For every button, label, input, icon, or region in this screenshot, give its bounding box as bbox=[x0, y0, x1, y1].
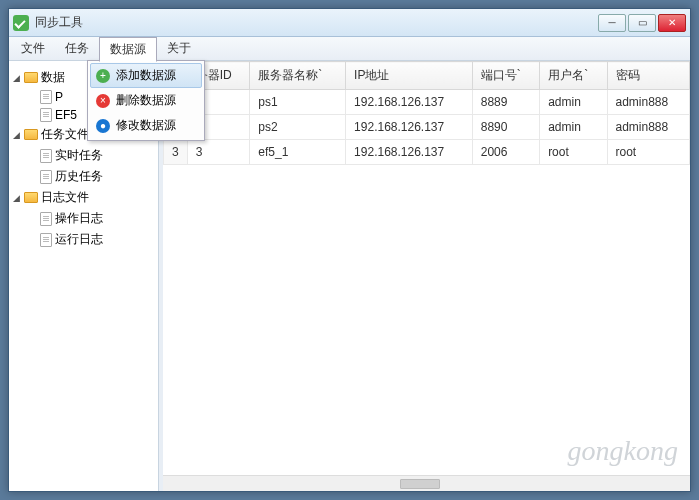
col-port[interactable]: 端口号` bbox=[472, 62, 539, 90]
menu-file[interactable]: 文件 bbox=[11, 37, 55, 60]
tree-node-runlog[interactable]: 运行日志 bbox=[11, 229, 156, 250]
table-row[interactable]: 33ef5_1192.168.126.1372006rootroot bbox=[164, 140, 690, 165]
tree-label: P bbox=[55, 90, 63, 104]
file-icon bbox=[40, 170, 52, 184]
table-cell[interactable]: 2006 bbox=[472, 140, 539, 165]
table-cell[interactable]: 192.168.126.137 bbox=[346, 90, 473, 115]
x-icon: × bbox=[96, 94, 110, 108]
tree-node-history[interactable]: 历史任务 bbox=[11, 166, 156, 187]
minimize-button[interactable]: ─ bbox=[598, 14, 626, 32]
col-password[interactable]: 密码 bbox=[607, 62, 689, 90]
rownum-cell: 3 bbox=[164, 140, 188, 165]
table-cell[interactable]: admin888 bbox=[607, 115, 689, 140]
tree-node-logfiles[interactable]: ◢ 日志文件 bbox=[11, 187, 156, 208]
expand-arrow-icon[interactable]: ◢ bbox=[11, 130, 21, 140]
tree-label: 操作日志 bbox=[55, 210, 103, 227]
table-cell[interactable]: 3 bbox=[187, 140, 250, 165]
table-cell[interactable]: 192.168.126.137 bbox=[346, 140, 473, 165]
menu-datasource[interactable]: 数据源 bbox=[99, 37, 157, 62]
table-cell[interactable]: ef5_1 bbox=[250, 140, 346, 165]
table-cell[interactable]: ps2 bbox=[250, 115, 346, 140]
folder-icon bbox=[24, 192, 38, 203]
file-icon bbox=[40, 212, 52, 226]
folder-icon bbox=[24, 129, 38, 140]
table-cell[interactable]: admin888 bbox=[607, 90, 689, 115]
col-user[interactable]: 用户名` bbox=[540, 62, 607, 90]
menu-task[interactable]: 任务 bbox=[55, 37, 99, 60]
tree-label: 任务文件 bbox=[41, 126, 89, 143]
watermark: gongkong bbox=[568, 435, 678, 467]
plus-icon: + bbox=[96, 69, 110, 83]
dropdown-modify-datasource[interactable]: ● 修改数据源 bbox=[90, 113, 202, 138]
file-icon bbox=[40, 233, 52, 247]
table-row[interactable]: 22ps2192.168.126.1378890adminadmin888 bbox=[164, 115, 690, 140]
table-cell[interactable]: 8890 bbox=[472, 115, 539, 140]
scroll-thumb[interactable] bbox=[400, 479, 440, 489]
data-grid[interactable]: 务器ID 服务器名称` IP地址 端口号` 用户名` 密码 1ps1192.16… bbox=[163, 61, 690, 475]
expand-arrow-icon[interactable]: ◢ bbox=[11, 193, 21, 203]
app-window: 同步工具 ─ ▭ ✕ 文件 任务 数据源 关于 + 添加数据源 × 删除数据源 … bbox=[8, 8, 691, 492]
dropdown-delete-datasource[interactable]: × 删除数据源 bbox=[90, 88, 202, 113]
table-cell[interactable]: root bbox=[607, 140, 689, 165]
menubar: 文件 任务 数据源 关于 + 添加数据源 × 删除数据源 ● 修改数据源 bbox=[9, 37, 690, 61]
close-button[interactable]: ✕ bbox=[658, 14, 686, 32]
table-cell[interactable]: admin bbox=[540, 90, 607, 115]
col-ip[interactable]: IP地址 bbox=[346, 62, 473, 90]
dropdown-label: 删除数据源 bbox=[116, 92, 176, 109]
main-panel: 务器ID 服务器名称` IP地址 端口号` 用户名` 密码 1ps1192.16… bbox=[163, 61, 690, 491]
file-icon bbox=[40, 149, 52, 163]
dropdown-add-datasource[interactable]: + 添加数据源 bbox=[90, 63, 202, 88]
table-header-row: 务器ID 服务器名称` IP地址 端口号` 用户名` 密码 bbox=[164, 62, 690, 90]
table-cell[interactable]: admin bbox=[540, 115, 607, 140]
dropdown-label: 添加数据源 bbox=[116, 67, 176, 84]
tree-node-oplog[interactable]: 操作日志 bbox=[11, 208, 156, 229]
table-cell[interactable]: root bbox=[540, 140, 607, 165]
circle-icon: ● bbox=[96, 119, 110, 133]
table-row[interactable]: 1ps1192.168.126.1378889adminadmin888 bbox=[164, 90, 690, 115]
table-cell[interactable]: ps1 bbox=[250, 90, 346, 115]
tree-label: EF5 bbox=[55, 108, 77, 122]
app-icon bbox=[13, 15, 29, 31]
table-cell[interactable]: 8889 bbox=[472, 90, 539, 115]
tree-label: 运行日志 bbox=[55, 231, 103, 248]
dropdown-label: 修改数据源 bbox=[116, 117, 176, 134]
horizontal-scrollbar[interactable] bbox=[163, 475, 690, 491]
col-server-name[interactable]: 服务器名称` bbox=[250, 62, 346, 90]
file-icon bbox=[40, 108, 52, 122]
folder-icon bbox=[24, 72, 38, 83]
expand-arrow-icon[interactable]: ◢ bbox=[11, 73, 21, 83]
tree-label: 数据 bbox=[41, 69, 65, 86]
titlebar[interactable]: 同步工具 ─ ▭ ✕ bbox=[9, 9, 690, 37]
tree-label: 日志文件 bbox=[41, 189, 89, 206]
tree-label: 实时任务 bbox=[55, 147, 103, 164]
menu-about[interactable]: 关于 bbox=[157, 37, 201, 60]
maximize-button[interactable]: ▭ bbox=[628, 14, 656, 32]
tree-label: 历史任务 bbox=[55, 168, 103, 185]
window-title: 同步工具 bbox=[35, 14, 598, 31]
file-icon bbox=[40, 90, 52, 104]
tree-node-realtime[interactable]: 实时任务 bbox=[11, 145, 156, 166]
datasource-dropdown: + 添加数据源 × 删除数据源 ● 修改数据源 bbox=[87, 60, 205, 141]
table-cell[interactable]: 192.168.126.137 bbox=[346, 115, 473, 140]
